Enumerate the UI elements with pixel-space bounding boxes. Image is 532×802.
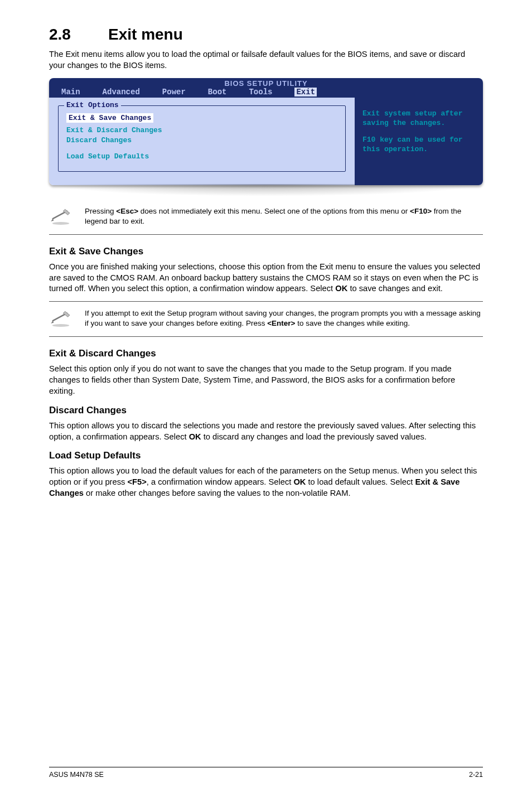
bios-left-pane: Exit Options Exit & Save Changes Exit & … bbox=[49, 98, 355, 185]
page-heading: 2.8Exit menu bbox=[49, 26, 483, 44]
footer-left: ASUS M4N78 SE bbox=[49, 771, 104, 779]
bios-title: BIOS SETUP UTILITY bbox=[49, 78, 483, 88]
bios-body: Exit Options Exit & Save Changes Exit & … bbox=[49, 98, 483, 185]
para-discard: This option allows you to discard the se… bbox=[49, 421, 483, 443]
intro-paragraph: The Exit menu items allow you to load th… bbox=[49, 49, 483, 71]
section-number: 2.8 bbox=[49, 26, 108, 44]
bios-tab-power: Power bbox=[162, 88, 186, 96]
para-load-defaults: This option allows you to load the defau… bbox=[49, 466, 483, 499]
bios-item-exit-save: Exit & Save Changes bbox=[66, 113, 153, 123]
bios-tab-main: Main bbox=[61, 88, 80, 96]
bios-tab-bar: Main Advanced Power Boot Tools Exit bbox=[49, 88, 483, 98]
s4-post: or make other changes before saving the … bbox=[84, 489, 350, 497]
note-save-text: If you attempt to exit the Setup program… bbox=[85, 308, 483, 328]
bios-item-discard: Discard Changes bbox=[66, 136, 337, 144]
svg-point-1 bbox=[52, 324, 69, 327]
bios-item-exit-discard: Exit & Discard Changes bbox=[66, 126, 337, 134]
note-esc-text: Pressing <Esc> does not immediately exit… bbox=[85, 206, 483, 226]
s4-b2: OK bbox=[293, 477, 306, 486]
s4-b1: <F5> bbox=[127, 477, 146, 486]
s4-m2: to load default values. Select bbox=[306, 477, 415, 486]
note-esc-key: <Esc> bbox=[116, 207, 138, 215]
bios-window: BIOS SETUP UTILITY Main Advanced Power B… bbox=[49, 78, 483, 185]
note-esc-pre: Pressing bbox=[85, 207, 116, 215]
bios-tab-boot: Boot bbox=[208, 88, 227, 96]
note-esc: Pressing <Esc> does not immediately exit… bbox=[49, 203, 483, 235]
note-save-key: <Enter> bbox=[267, 319, 295, 327]
heading-load-defaults: Load Setup Defaults bbox=[49, 450, 483, 461]
bios-options-legend: Exit Options bbox=[64, 101, 121, 109]
bios-item-load-defaults: Load Setup Defaults bbox=[66, 152, 337, 161]
bios-screenshot: BIOS SETUP UTILITY Main Advanced Power B… bbox=[49, 78, 483, 196]
note-icon bbox=[49, 206, 72, 228]
note-icon bbox=[49, 308, 72, 330]
para-exit-discard: Select this option only if you do not wa… bbox=[49, 364, 483, 397]
bios-tab-tools: Tools bbox=[249, 88, 272, 96]
note-save-post: to save the changes while exiting. bbox=[295, 319, 410, 327]
heading-discard: Discard Changes bbox=[49, 405, 483, 416]
note-save: If you attempt to exit the Setup program… bbox=[49, 301, 483, 337]
s4-m1: , a confirmation window appears. Select bbox=[147, 477, 294, 486]
heading-exit-discard: Exit & Discard Changes bbox=[49, 348, 483, 359]
para-exit-save: Once you are finished making your select… bbox=[49, 262, 483, 295]
s1-bold: OK bbox=[335, 284, 347, 293]
bios-tab-exit: Exit bbox=[294, 88, 317, 96]
s1-post: to save changes and exit. bbox=[347, 284, 443, 293]
s3-bold: OK bbox=[189, 432, 201, 441]
bios-help-text-1: Exit system setup after saving the chang… bbox=[362, 109, 475, 128]
footer-right: 2-21 bbox=[469, 771, 483, 779]
bios-tab-advanced: Advanced bbox=[103, 88, 140, 96]
page-footer: ASUS M4N78 SE 2-21 bbox=[49, 767, 483, 779]
section-title-text: Exit menu bbox=[108, 26, 183, 43]
bios-options-box: Exit Options Exit & Save Changes Exit & … bbox=[58, 105, 346, 172]
note-esc-mid: does not immediately exit this menu. Sel… bbox=[138, 207, 410, 215]
bios-help-pane: Exit system setup after saving the chang… bbox=[355, 98, 483, 185]
heading-exit-save: Exit & Save Changes bbox=[49, 246, 483, 257]
note-esc-key2: <F10> bbox=[410, 207, 432, 215]
s3-post: to discard any changes and load the prev… bbox=[201, 432, 427, 441]
bios-help-text-2: F10 key can be used for this operation. bbox=[362, 135, 475, 154]
bios-shadow bbox=[49, 184, 483, 196]
svg-point-0 bbox=[52, 222, 69, 225]
